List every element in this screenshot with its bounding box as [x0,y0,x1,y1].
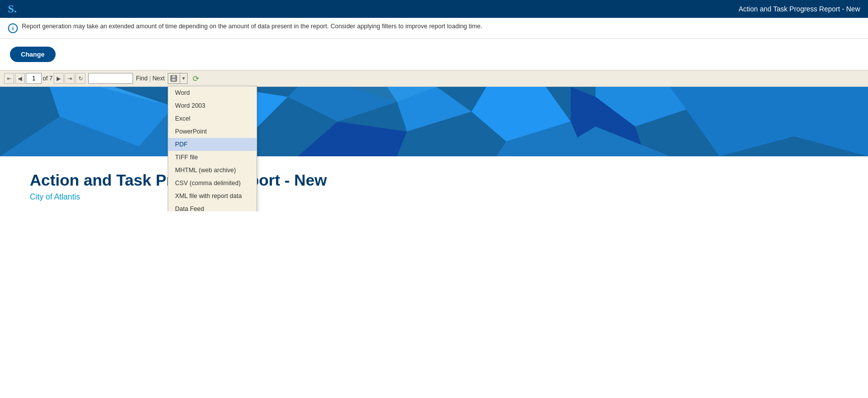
export-button[interactable]: ▼ [168,73,188,84]
app-logo: S. [8,2,17,15]
prev-page-button[interactable]: ◀ [15,73,25,84]
export-container: ▼ WordWord 2003ExcelPowerPointPDFTIFF fi… [168,73,188,84]
export-item[interactable]: Word 2003 [168,99,257,112]
app-header: S. Action and Task Progress Report - New [0,0,868,18]
export-item[interactable]: MHTML (web archive) [168,164,257,177]
first-page-button[interactable]: ⇤ [4,73,14,84]
info-icon: i [8,23,18,33]
export-item[interactable]: PowerPoint [168,125,257,138]
next-link[interactable]: Next [152,75,165,82]
export-icon [168,73,180,84]
report-title: Action and Task Progress Report - New [30,171,838,190]
info-bar: i Report generation may take an extended… [0,18,868,39]
report-toolbar: ⇤ ◀ of 7 ▶ ⇥ ↻ Find | Next ▼ Wo [0,70,868,87]
header-title: Action and Task Progress Report - New [738,5,860,13]
export-item[interactable]: CSV (comma delimited) [168,177,257,190]
export-item[interactable]: XML file with report data [168,190,257,202]
export-item[interactable]: Word [168,86,257,99]
export-item[interactable]: Data Feed [168,202,257,211]
report-banner [0,87,868,156]
svg-rect-3 [173,79,175,80]
page-of-label: of 7 [43,75,53,82]
page-number-input[interactable] [26,73,42,84]
search-input[interactable] [88,73,133,84]
report-subtitle: City of Atlantis [30,193,838,201]
report-area: Action and Task Progress Report - New Ci… [0,87,868,211]
export-item[interactable]: TIFF file [168,151,257,164]
svg-rect-1 [172,75,175,78]
change-button[interactable]: Change [10,47,56,62]
refresh-button[interactable]: ⟳ [191,73,201,84]
nav-controls: ⇤ ◀ of 7 ▶ ⇥ ↻ [4,73,85,84]
next-page-button[interactable]: ▶ [54,73,64,84]
find-label: Find | Next [136,75,165,82]
info-message: Report generation may take an extended a… [22,23,482,30]
export-dropdown: WordWord 2003ExcelPowerPointPDFTIFF file… [168,86,257,211]
last-page-button[interactable]: ⇥ [65,73,74,84]
change-area: Change [0,39,868,70]
report-body: Action and Task Progress Report - New Ci… [0,156,868,211]
export-item[interactable]: Excel [168,112,257,125]
zoom-button[interactable]: ↻ [75,73,85,84]
export-item[interactable]: PDF [168,138,257,151]
export-arrow-icon: ▼ [180,73,187,84]
